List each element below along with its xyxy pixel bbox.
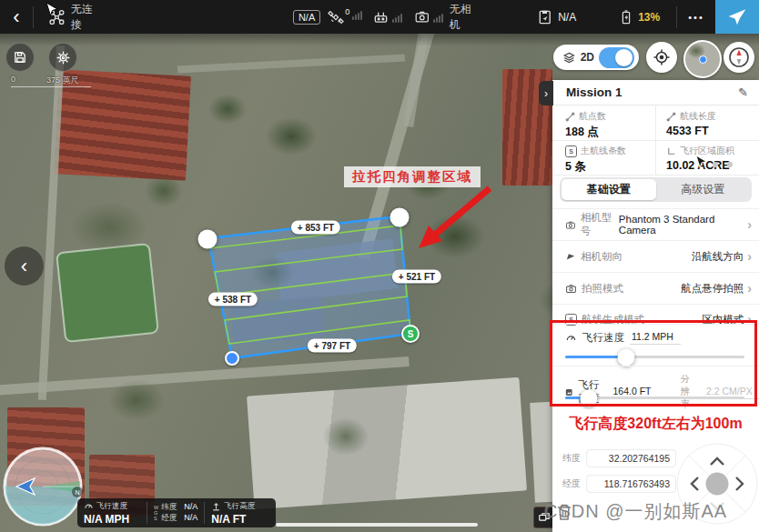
heading-cursor-icon [565, 251, 576, 262]
setting-camera-model[interactable]: 相机型号 Phantom 3 Standard Camera› [552, 208, 759, 240]
camera-status: 无相机 [414, 2, 480, 33]
telemetry-altitude: 飞行高度 N/A FT [205, 498, 261, 527]
panel-collapse-button[interactable]: › [539, 81, 553, 105]
more-button[interactable]: ••• [677, 12, 715, 23]
rc-status [372, 8, 405, 25]
camera-icon [565, 283, 577, 295]
toggle-knob [615, 49, 632, 66]
altitude-note-annotation: 飞行高度320ft左右为100m [552, 409, 759, 438]
telemetry-gps: WGS 纬度N/A 经度N/A [147, 498, 204, 527]
chevron-right-icon: › [747, 217, 752, 232]
minimap-button[interactable] [683, 40, 722, 78]
telemetry-bar: 飞行速度 N/A MPH WGS 纬度N/A 经度N/A 飞行高度 N/A FT [77, 498, 276, 527]
drone-mission-planner-app: S + 853 FT + 521 FT + 538 FT + 797 FT 拉托… [0, 0, 759, 532]
back-button[interactable]: ‹ [0, 5, 33, 29]
tab-advanced-settings[interactable]: 高级设置 [656, 179, 751, 200]
north-label: N [75, 489, 79, 496]
mission-panel: Mission 1 ✎ 航点数 188 点 航线长度 4533 FT S 主航线… [552, 80, 759, 532]
start-waypoint-marker[interactable]: S [401, 325, 420, 343]
battery-percent: 13% [638, 11, 660, 24]
map-scale-line [11, 86, 91, 87]
map-shadow [0, 34, 759, 46]
settings-button[interactable] [48, 43, 77, 72]
mission-header: Mission 1 ✎ [552, 80, 759, 105]
home-indicator [276, 523, 478, 527]
map-mode-label: 2D [581, 51, 594, 64]
attitude-compass-widget: N [1, 445, 85, 528]
mouse-cursor [695, 155, 707, 170]
mission-status: N/A [536, 8, 576, 25]
rc-signal-bars [392, 12, 402, 23]
takeoff-plane-icon [727, 7, 747, 27]
edit-mission-button[interactable]: ✎ [738, 85, 748, 99]
battery-icon [618, 9, 634, 25]
crosshair-icon [653, 48, 671, 66]
altitude-slider[interactable] [565, 396, 744, 399]
chevron-right-icon: › [747, 249, 752, 264]
satellite-icon [328, 9, 344, 25]
save-mission-button[interactable] [5, 43, 35, 72]
edge-length-label[interactable]: + 853 FT [291, 221, 340, 235]
stat-waypoints: 航点数 188 点 [552, 105, 655, 140]
dpad-center-button[interactable] [706, 473, 729, 496]
layers-icon [562, 51, 576, 65]
battery-status: 13% [618, 9, 660, 25]
setting-camera-heading[interactable]: 相机朝向 沿航线方向› [552, 240, 759, 272]
longitude-field[interactable]: 118.716763493 [586, 475, 676, 493]
datum-label: WGS [154, 505, 158, 521]
gear-icon [56, 50, 71, 65]
stats-page-dot[interactable] [727, 162, 733, 167]
speed-slider-row: 飞行速度 11.2 MPH [552, 324, 759, 366]
takeoff-button[interactable] [715, 0, 759, 34]
map-mode-pill: 2D [553, 45, 639, 70]
speed-slider-thumb[interactable] [617, 348, 634, 366]
speed-slider[interactable] [565, 356, 744, 358]
edge-length-label[interactable]: + 797 FT [308, 339, 357, 353]
telemetry-speed: 飞行速度 N/A MPH [77, 498, 147, 527]
edge-length-label[interactable]: + 538 FT [208, 293, 258, 306]
area-icon [666, 146, 676, 156]
map-scale: 0375 英尺 [11, 75, 79, 86]
watermark: CSDN @一别如斯AA [544, 499, 759, 524]
speed-value[interactable]: 11.2 MPH [630, 331, 681, 345]
route-length-icon [666, 112, 676, 122]
drag-corners-annotation: 拉托四角调整区域 [344, 166, 481, 187]
gps-mode-badge: N/A [293, 10, 320, 25]
camera-icon [414, 8, 430, 25]
compass-button[interactable] [724, 42, 754, 73]
satellite-status: 0 [328, 9, 365, 25]
resolution-label: 分辨率 [680, 373, 699, 411]
stat-area: 飞行区域面积 10.02 ACRE [655, 140, 759, 175]
minimap-position-dot [699, 55, 707, 64]
polygon-corner-handle-selected[interactable] [225, 351, 239, 366]
mission-title: Mission 1 [566, 85, 622, 99]
map-2d-toggle[interactable] [599, 47, 634, 68]
latitude-field[interactable]: 32.202764195 [586, 449, 676, 467]
remote-controller-icon [372, 8, 390, 25]
speed-gauge-icon [84, 501, 94, 511]
polygon-corner-handle[interactable] [390, 208, 410, 227]
save-icon [13, 50, 27, 65]
connection-status: 无连接 [71, 2, 102, 33]
tab-basic-settings[interactable]: 基础设置 [562, 179, 656, 200]
compass-icon [727, 45, 751, 69]
mission-clipboard-icon [536, 8, 553, 25]
mission-status-text: N/A [558, 11, 576, 24]
edge-length-label[interactable]: + 521 FT [392, 270, 441, 284]
altitude-slider-thumb[interactable] [580, 389, 597, 407]
left-panel-expand-button[interactable]: ‹ [5, 246, 44, 286]
divider [552, 175, 759, 176]
camera-status-text: 无相机 [450, 2, 480, 33]
stat-main-lines: S 主航线条数 5 条 [552, 140, 655, 175]
altitude-icon [211, 501, 221, 511]
locate-button[interactable] [646, 42, 677, 73]
satellite-count: 0 [345, 7, 349, 16]
stats-page-dot[interactable] [713, 162, 718, 167]
polygon-corner-handle[interactable] [198, 230, 218, 249]
divider [33, 6, 34, 28]
setting-photo-mode[interactable]: 拍照模式 航点悬停拍照› [552, 272, 759, 304]
mouse-cursor [46, 2, 58, 18]
camera-icon [565, 219, 576, 231]
camera-signal-bars [433, 12, 443, 23]
altitude-slider-row: 飞行高度 164.0 FT 分辨率 2.2 CM/PX [552, 366, 759, 407]
